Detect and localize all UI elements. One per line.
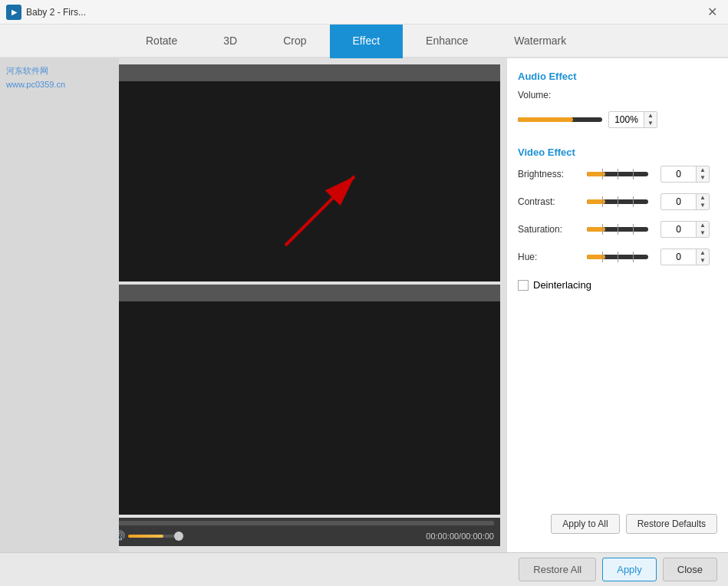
- brightness-arrows: ▲ ▼: [696, 166, 709, 182]
- volume-spinner-arrows: ▲ ▼: [644, 112, 657, 127]
- hue-slider[interactable]: [587, 255, 648, 259]
- volume-slider-fill: [518, 117, 573, 122]
- brightness-input[interactable]: [661, 167, 696, 181]
- title-bar: ▶ Baby 2 - Firs... ✕: [0, 0, 728, 25]
- volume-icon: 🔊: [112, 530, 125, 542]
- volume-label: Volume:: [518, 90, 587, 100]
- original-preview-label: Original Preview: [6, 64, 500, 81]
- brightness-row: Brightness: ▲ ▼: [518, 166, 717, 183]
- content-area: Original Preview Output Preview: [0, 58, 728, 552]
- tab-crop[interactable]: Crop: [260, 25, 329, 58]
- output-preview-label: Output Preview: [6, 285, 500, 301]
- time-display: 00:00:00/00:00:00: [426, 532, 494, 541]
- hue-input[interactable]: [661, 250, 696, 264]
- saturation-down-arrow[interactable]: ▼: [697, 229, 709, 237]
- playback-volume-fill: [128, 535, 163, 538]
- saturation-arrows: ▲ ▼: [696, 222, 709, 237]
- contrast-label: Contrast:: [518, 196, 587, 207]
- skip-forward-button[interactable]: ⏭: [49, 529, 64, 543]
- contrast-down-arrow[interactable]: ▼: [697, 202, 709, 209]
- close-button[interactable]: Close: [663, 558, 717, 581]
- saturation-up-arrow[interactable]: ▲: [697, 222, 709, 229]
- volume-section: 🔊: [112, 530, 182, 542]
- video-panel: Original Preview Output Preview: [0, 58, 506, 552]
- restore-all-button[interactable]: Restore All: [519, 558, 596, 581]
- volume-input[interactable]: [609, 113, 644, 127]
- play-button[interactable]: ▶: [32, 528, 44, 543]
- contrast-up-arrow[interactable]: ▲: [697, 194, 709, 202]
- volume-slider-row: ▲ ▼: [518, 111, 717, 128]
- contrast-row: Contrast: ▲ ▼: [518, 193, 717, 210]
- saturation-spinner[interactable]: ▲ ▼: [660, 221, 710, 238]
- saturation-row: Saturation: ▲ ▼: [518, 221, 717, 238]
- saturation-input[interactable]: [661, 222, 696, 236]
- effects-panel: Audio Effect Volume: ▲ ▼ Video: [506, 58, 728, 552]
- tabs-bar: Rotate 3D Crop Effect Enhance Watermark: [0, 25, 728, 58]
- video-effect-title: Video Effect: [518, 146, 717, 158]
- skip-back-button[interactable]: ⏮: [12, 529, 28, 543]
- volume-spinner[interactable]: ▲ ▼: [608, 111, 657, 128]
- audio-effect-title: Audio Effect: [518, 71, 717, 82]
- apply-button[interactable]: Apply: [602, 558, 657, 581]
- controls-row: ⏮ ▶ ⏭ ⏹ ⏭ 🔊 00:00:00/00:00:00: [12, 528, 494, 543]
- deinterlacing-row: Deinterlacing: [518, 279, 717, 291]
- volume-row: Volume:: [518, 90, 717, 100]
- stop-button[interactable]: ⏹: [69, 529, 84, 543]
- playback-bar: ⏮ ▶ ⏭ ⏹ ⏭ 🔊 00:00:00/00:00:00: [6, 518, 500, 546]
- apply-row: Apply to All Restore Defaults: [518, 514, 717, 540]
- playback-volume-track[interactable]: [128, 535, 182, 538]
- brightness-up-arrow[interactable]: ▲: [697, 166, 709, 174]
- apply-to-all-button[interactable]: Apply to All: [551, 514, 619, 534]
- window-close-button[interactable]: ✕: [703, 3, 722, 21]
- brightness-down-arrow[interactable]: ▼: [697, 174, 709, 182]
- progress-track[interactable]: [12, 521, 494, 525]
- tab-3d[interactable]: 3D: [200, 25, 260, 58]
- volume-down-arrow[interactable]: ▼: [644, 120, 657, 127]
- volume-slider-track[interactable]: [518, 117, 602, 122]
- hue-label: Hue:: [518, 252, 587, 262]
- tab-rotate[interactable]: Rotate: [123, 25, 200, 58]
- hue-down-arrow[interactable]: ▼: [697, 257, 709, 265]
- title-text: Baby 2 - Firs...: [26, 7, 86, 18]
- saturation-slider[interactable]: [587, 227, 648, 232]
- saturation-label: Saturation:: [518, 224, 587, 235]
- tab-effect[interactable]: Effect: [330, 25, 404, 58]
- app-icon: ▶: [6, 5, 21, 20]
- restore-defaults-button[interactable]: Restore Defaults: [626, 514, 717, 534]
- deinterlacing-checkbox[interactable]: [518, 280, 529, 291]
- contrast-arrows: ▲ ▼: [696, 194, 709, 209]
- brightness-label: Brightness:: [518, 169, 587, 179]
- progress-thumb: [15, 519, 23, 527]
- hue-arrows: ▲ ▼: [696, 249, 709, 265]
- red-arrow-icon: [278, 161, 370, 253]
- title-left: ▶ Baby 2 - Firs...: [6, 5, 86, 20]
- contrast-slider[interactable]: [587, 199, 648, 204]
- hue-row: Hue: ▲ ▼: [518, 249, 717, 265]
- svg-line-1: [285, 176, 354, 245]
- original-preview-screen: [6, 81, 500, 281]
- tab-watermark[interactable]: Watermark: [491, 25, 589, 58]
- tab-enhance[interactable]: Enhance: [403, 25, 491, 58]
- contrast-spinner[interactable]: ▲ ▼: [660, 193, 710, 210]
- contrast-input[interactable]: [661, 195, 696, 209]
- bottom-bar: Restore All Apply Close: [0, 552, 728, 586]
- hue-spinner[interactable]: ▲ ▼: [660, 249, 710, 265]
- volume-up-arrow[interactable]: ▲: [644, 112, 657, 120]
- output-preview-section: Output Preview: [6, 285, 500, 515]
- output-preview-screen: [6, 301, 500, 515]
- playback-volume-thumb: [174, 532, 183, 541]
- original-preview-section: Original Preview: [6, 64, 500, 281]
- brightness-spinner[interactable]: ▲ ▼: [660, 166, 710, 183]
- deinterlacing-label: Deinterlacing: [533, 279, 591, 291]
- hue-up-arrow[interactable]: ▲: [697, 249, 709, 257]
- end-button[interactable]: ⏭: [89, 529, 104, 543]
- brightness-slider[interactable]: [587, 172, 648, 176]
